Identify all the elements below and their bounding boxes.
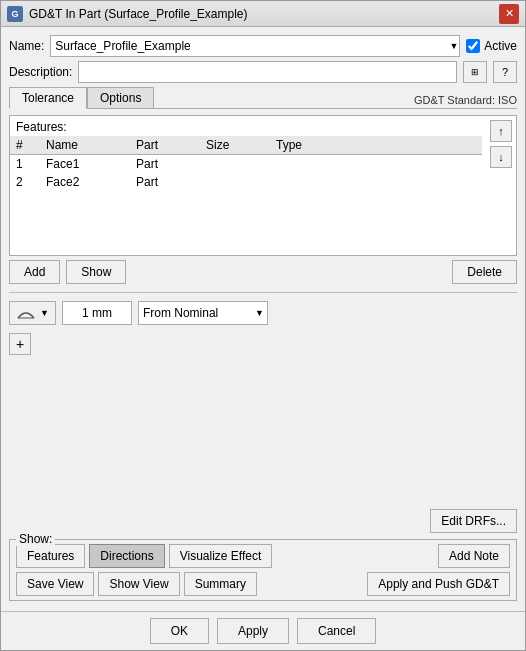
- tab-options[interactable]: Options: [87, 87, 154, 108]
- ok-button[interactable]: OK: [150, 618, 209, 644]
- tolerance-controls-row: ▼ 1 mm From Nominal Bilateral Unilateral…: [9, 301, 517, 325]
- col-header-part: Part: [136, 138, 206, 152]
- surface-profile-icon: [16, 306, 36, 320]
- description-row: Description: ⊞ ?: [9, 61, 517, 83]
- main-content: Name: ▼ Active Description: ⊞ ? Toleranc…: [1, 27, 525, 609]
- show-buttons-row: Features Directions Visualize Effect Add…: [16, 544, 510, 568]
- divider1: [9, 292, 517, 293]
- window-title: GD&T In Part (Surface_Profile_Example): [29, 7, 248, 21]
- features-label: Features:: [10, 116, 482, 136]
- features-action-row: Add Show Delete: [9, 260, 517, 284]
- table-row[interactable]: 1 Face1 Part: [10, 155, 482, 173]
- summary-button[interactable]: Summary: [184, 572, 257, 596]
- row1-type: [276, 157, 356, 171]
- active-checkbox-wrapper: Active: [466, 39, 517, 53]
- row1-part: Part: [136, 157, 206, 171]
- help-button[interactable]: ?: [493, 61, 517, 83]
- tabs: Tolerance Options: [9, 87, 154, 108]
- empty-area: Edit DRFs...: [9, 359, 517, 533]
- row1-size: [206, 157, 276, 171]
- tab-tolerance[interactable]: Tolerance: [9, 87, 87, 109]
- visualize-effect-button[interactable]: Visualize Effect: [169, 544, 273, 568]
- add-tolerance-button[interactable]: +: [9, 333, 31, 355]
- features-box: Features: # Name Part Size Type 1 Face1 …: [9, 115, 517, 256]
- tabs-row: Tolerance Options GD&T Standard: ISO: [9, 87, 517, 109]
- show-group-label: Show:: [16, 532, 55, 546]
- plus-row: +: [9, 333, 517, 355]
- show-buttons-row-2: Save View Show View Summary Apply and Pu…: [16, 572, 510, 596]
- table-row[interactable]: 2 Face2 Part: [10, 173, 482, 191]
- dropdown-arrow-icon: ▼: [40, 308, 49, 318]
- row2-name: Face2: [46, 175, 136, 189]
- cancel-button[interactable]: Cancel: [297, 618, 376, 644]
- symbol-button[interactable]: ⊞: [463, 61, 487, 83]
- name-input[interactable]: [50, 35, 460, 57]
- delete-button[interactable]: Delete: [452, 260, 517, 284]
- add-button[interactable]: Add: [9, 260, 60, 284]
- active-checkbox[interactable]: [466, 39, 480, 53]
- col-header-name: Name: [46, 138, 136, 152]
- show-group: Show: Features Directions Visualize Effe…: [9, 539, 517, 601]
- col-header-size: Size: [206, 138, 276, 152]
- col-header-num: #: [16, 138, 46, 152]
- app-icon: G: [7, 6, 23, 22]
- row1-name: Face1: [46, 157, 136, 171]
- arrow-col: ↑ ↓: [486, 116, 516, 255]
- move-up-button[interactable]: ↑: [490, 120, 512, 142]
- description-label: Description:: [9, 65, 72, 79]
- apply-button[interactable]: Apply: [217, 618, 289, 644]
- close-button[interactable]: ✕: [499, 4, 519, 24]
- tolerance-value-input[interactable]: 1 mm: [62, 301, 132, 325]
- show-view-button[interactable]: Show View: [98, 572, 179, 596]
- directions-button[interactable]: Directions: [89, 544, 164, 568]
- footer-bar: OK Apply Cancel: [1, 611, 525, 650]
- show-features-button[interactable]: Show: [66, 260, 126, 284]
- row2-num: 2: [16, 175, 46, 189]
- titlebar: G GD&T In Part (Surface_Profile_Example)…: [1, 1, 525, 27]
- tolerance-symbol-display: ▼: [9, 301, 56, 325]
- gdt-standard-label: GD&T Standard: ISO: [414, 94, 517, 108]
- name-row: Name: ▼ Active: [9, 35, 517, 57]
- row1-num: 1: [16, 157, 46, 171]
- row2-part: Part: [136, 175, 206, 189]
- row2-type: [276, 175, 356, 189]
- main-window: G GD&T In Part (Surface_Profile_Example)…: [0, 0, 526, 651]
- description-input[interactable]: [78, 61, 457, 83]
- edit-drfs-button[interactable]: Edit DRFs...: [430, 509, 517, 533]
- move-down-button[interactable]: ↓: [490, 146, 512, 168]
- from-nominal-wrapper: From Nominal Bilateral Unilateral+ Unila…: [138, 301, 268, 325]
- table-header: # Name Part Size Type: [10, 136, 482, 155]
- from-nominal-select[interactable]: From Nominal Bilateral Unilateral+ Unila…: [138, 301, 268, 325]
- save-view-button[interactable]: Save View: [16, 572, 94, 596]
- features-table: 1 Face1 Part 2 Face2 Part: [10, 155, 482, 255]
- add-note-button[interactable]: Add Note: [438, 544, 510, 568]
- col-header-type: Type: [276, 138, 356, 152]
- features-table-area: Features: # Name Part Size Type 1 Face1 …: [10, 116, 482, 255]
- row2-size: [206, 175, 276, 189]
- name-label: Name:: [9, 39, 44, 53]
- features-show-button[interactable]: Features: [16, 544, 85, 568]
- apply-push-button[interactable]: Apply and Push GD&T: [367, 572, 510, 596]
- active-label: Active: [484, 39, 517, 53]
